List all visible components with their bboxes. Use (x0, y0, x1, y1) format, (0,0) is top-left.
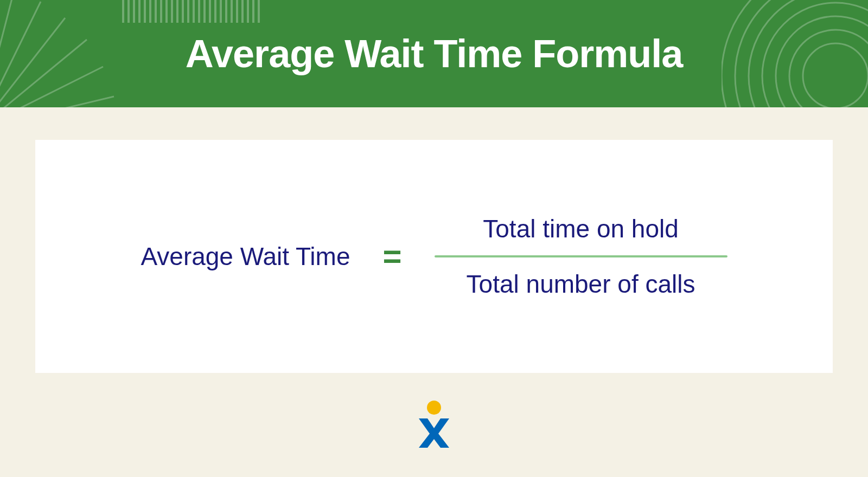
logo-container (417, 400, 451, 448)
svg-marker-16 (419, 418, 449, 448)
svg-line-2 (0, 67, 103, 107)
fraction-divider (435, 255, 727, 257)
svg-line-4 (0, 18, 65, 107)
content-area: Average Wait Time = Total time on hold T… (0, 107, 868, 477)
header-banner: Average Wait Time Formula (0, 0, 868, 107)
svg-line-1 (0, 96, 114, 107)
decorative-fan-icon (0, 0, 119, 107)
formula-lhs: Average Wait Time (141, 242, 350, 271)
formula-denominator: Total number of calls (467, 269, 695, 299)
nextiva-logo-icon (417, 400, 451, 448)
page-title: Average Wait Time Formula (186, 31, 683, 76)
svg-point-13 (735, 0, 868, 107)
svg-line-5 (0, 2, 41, 107)
svg-point-15 (427, 401, 441, 415)
svg-point-8 (803, 43, 868, 107)
decorative-barcode-icon (122, 0, 263, 23)
formula-numerator: Total time on hold (483, 214, 679, 243)
equals-sign-icon: = (383, 240, 402, 273)
formula-card: Average Wait Time = Total time on hold T… (35, 140, 833, 373)
page-root: Average Wait Time Formula Average Wait T… (0, 0, 868, 477)
svg-point-9 (789, 30, 868, 107)
svg-point-12 (749, 0, 868, 107)
formula-fraction: Total time on hold Total number of calls (435, 214, 727, 299)
decorative-arcs-icon (722, 0, 868, 107)
svg-point-10 (776, 16, 868, 107)
